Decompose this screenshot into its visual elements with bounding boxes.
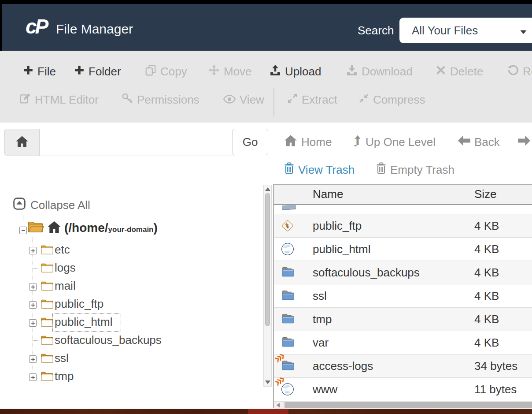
delete-button[interactable]: Delete [436, 63, 483, 80]
home-icon [47, 220, 61, 235]
folder-icon [41, 353, 54, 365]
tree-expand-toggle[interactable] [29, 301, 37, 309]
nav-forward-link[interactable] [518, 132, 530, 152]
folder-icon [281, 313, 295, 326]
download-button[interactable]: Download [346, 63, 413, 80]
scrollbar-thumb[interactable] [265, 193, 270, 326]
tree-connector [33, 340, 40, 341]
collapse-all-icon [13, 198, 26, 213]
page-background-strip [0, 409, 532, 414]
tree-root-item[interactable]: (/home/ your-domain ) [27, 220, 158, 235]
html-editor-button[interactable]: HTML Editor [19, 91, 99, 108]
horizontal-scrollbar[interactable] [274, 401, 532, 409]
tree-expand-toggle[interactable] [29, 283, 37, 291]
permissions-button[interactable]: Permissions [122, 91, 200, 108]
path-input-group [4, 129, 233, 156]
table-header: Name Size [274, 185, 532, 205]
clipped-icon [282, 205, 296, 210]
folder-icon [41, 317, 54, 329]
tree-root-label[interactable]: (/home/ your-domain ) [64, 221, 158, 235]
nav-home-link[interactable]: Home [284, 132, 332, 152]
toolbar: File Folder Copy Move Upload Download De… [0, 51, 532, 123]
trash-icon [376, 162, 386, 177]
page-title: File Manager [56, 22, 133, 37]
new-folder-button[interactable]: Folder [74, 63, 121, 80]
search-label: Search [358, 24, 394, 37]
scroll-left-arrow [277, 403, 280, 407]
folder-icon [281, 336, 295, 349]
arrow-left-icon [458, 135, 470, 149]
compress-arrows-icon [358, 93, 369, 107]
view-trash-link[interactable]: View Trash [284, 160, 355, 179]
view-button[interactable]: View [223, 91, 264, 108]
file-list-panel: Name Size public_ftp 4 KB public_html 4 … [273, 184, 532, 408]
search-scope-value: All Your Files [412, 24, 478, 37]
scroll-down-arrow[interactable] [265, 380, 270, 384]
folder-icon [281, 289, 295, 302]
folder-icon [41, 371, 54, 383]
table-row[interactable]: www 11 bytes [274, 378, 532, 401]
move-button[interactable]: Move [208, 63, 252, 80]
window-left-edge [0, 0, 2, 51]
copy-button[interactable]: Copy [145, 63, 187, 80]
table-row[interactable]: ssl 4 KB [274, 284, 532, 308]
copy-icon [145, 64, 156, 79]
table-row[interactable]: access-logs 34 bytes [274, 354, 532, 378]
extract-button[interactable]: Extract [287, 91, 337, 108]
scroll-left-button[interactable] [274, 402, 284, 409]
home-icon [15, 135, 29, 149]
compress-arrows-button[interactable]: Compress [358, 91, 425, 108]
app-header: cP File Manager Search All Your Files [0, 4, 532, 51]
path-input[interactable] [40, 129, 233, 156]
folder-icon [41, 263, 54, 275]
table-row[interactable]: var 4 KB [274, 331, 532, 354]
folder-icon [41, 281, 54, 293]
home-icon [284, 134, 297, 150]
tree-expand-toggle[interactable] [29, 373, 37, 381]
tree-expand-toggle[interactable] [29, 355, 37, 363]
folder-icon [41, 245, 54, 257]
table-row[interactable]: tmp 4 KB [274, 308, 532, 331]
open-folder-icon [27, 221, 44, 235]
column-header-size[interactable]: Size [474, 187, 497, 201]
tree-connector [23, 215, 23, 220]
plus-icon [74, 65, 85, 78]
tree-expand-toggle[interactable] [29, 247, 37, 254]
search-scope-select[interactable]: All Your Files [399, 18, 532, 43]
scroll-up-arrow[interactable] [265, 187, 270, 191]
table-row[interactable]: softaculous_backups 4 KB [274, 261, 532, 284]
vertical-scrollbar[interactable] [263, 185, 272, 387]
level-up-arrow-icon [354, 134, 362, 150]
key-icon [122, 93, 133, 107]
tree-expand-toggle[interactable] [29, 319, 37, 327]
tree-connector [33, 268, 40, 269]
new-file-button[interactable]: File [23, 63, 56, 80]
go-button[interactable]: Go [232, 129, 268, 155]
table-row-partial[interactable] [274, 205, 532, 214]
arrow-right-icon [518, 135, 530, 149]
move-icon [208, 64, 220, 79]
folder-icon [281, 359, 295, 373]
window-top-edge [0, 0, 532, 4]
table-row[interactable]: public_html 4 KB [274, 238, 532, 261]
tree-root-collapse-toggle[interactable] [19, 227, 27, 234]
edit-pencil-icon [19, 93, 31, 107]
column-header-name[interactable]: Name [313, 187, 343, 201]
table-row[interactable]: public_ftp 4 KB [274, 214, 532, 238]
page-background-accent [248, 409, 288, 414]
nav-up-one-level-link[interactable]: Up One Level [354, 132, 436, 152]
scrollbar-thumb[interactable] [284, 402, 532, 408]
empty-trash-link[interactable]: Empty Trash [376, 160, 454, 179]
globe-icon [281, 383, 294, 398]
chevron-down-icon [520, 28, 527, 36]
path-home-addon[interactable] [5, 129, 40, 156]
delete-x-icon [436, 65, 446, 78]
nav-back-link[interactable]: Back [458, 132, 500, 152]
upload-button[interactable]: Upload [270, 63, 321, 80]
trash-icon [284, 162, 294, 177]
collapse-all-button[interactable]: Collapse All [13, 198, 90, 213]
upload-icon [270, 64, 281, 79]
restore-button[interactable]: Re [507, 63, 532, 80]
restore-rotate-icon [507, 64, 519, 79]
folder-icon [41, 299, 54, 311]
